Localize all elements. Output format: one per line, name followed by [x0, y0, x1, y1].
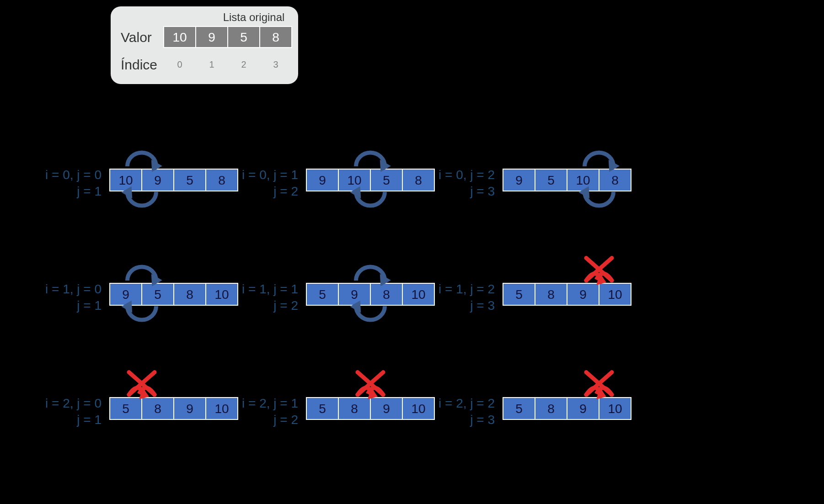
- legend-index: 1: [209, 59, 214, 69]
- step-label-2: j = 3: [470, 184, 495, 198]
- legend-title: Lista original: [223, 11, 285, 23]
- array-cell-value: 9: [122, 287, 129, 302]
- array-cell-value: 8: [383, 287, 390, 302]
- array-cell-value: 9: [154, 173, 161, 187]
- array-cell-value: 9: [579, 402, 587, 416]
- legend-index: 3: [273, 59, 278, 69]
- array-cell-value: 9: [186, 402, 193, 416]
- step-label-1: i = 0, j = 0: [45, 168, 102, 182]
- array-cell-value: 10: [411, 287, 425, 302]
- legend-cell-value: 10: [172, 30, 187, 44]
- step: i = 0, j = 2j = 395108: [439, 153, 631, 206]
- legend-row-index: Índice: [121, 57, 157, 72]
- no-swap-marker: [128, 372, 155, 399]
- legend-cell-value: 8: [272, 30, 279, 44]
- step-label-1: i = 0, j = 2: [439, 168, 495, 182]
- array-cell-value: 8: [611, 173, 619, 187]
- legend-row-value: Valor: [121, 30, 152, 45]
- step-label-1: i = 0, j = 1: [242, 168, 298, 182]
- legend-cell-value: 5: [240, 30, 247, 44]
- array-cell-value: 10: [608, 402, 622, 416]
- array-cell-value: 5: [319, 402, 326, 416]
- array-cell-value: 8: [154, 402, 161, 416]
- array-cell-value: 8: [186, 287, 193, 302]
- array-cell-value: 10: [214, 287, 229, 302]
- step-label-1: i = 2, j = 1: [242, 396, 298, 410]
- array-cell-value: 9: [351, 287, 358, 302]
- step-label-1: i = 2, j = 2: [439, 396, 495, 410]
- legend-cell-value: 9: [208, 30, 215, 44]
- bubble-sort-diagram: Lista original Valor Índice 10958 0123 i…: [0, 0, 824, 504]
- step-label-1: i = 2, j = 0: [45, 396, 102, 410]
- step: i = 2, j = 2j = 358910: [439, 372, 631, 427]
- step: i = 2, j = 1j = 258910: [242, 372, 434, 427]
- legend-card: Lista original Valor Índice 10958 0123: [111, 6, 298, 84]
- array-cell-value: 5: [122, 402, 129, 416]
- step-label-2: j = 3: [470, 413, 495, 427]
- array-cell-value: 5: [319, 287, 326, 302]
- step-label-2: j = 2: [273, 184, 298, 198]
- array-cell-value: 5: [547, 173, 555, 187]
- array-cell-value: 8: [547, 402, 555, 416]
- no-swap-marker: [586, 372, 613, 399]
- step: i = 1, j = 1j = 259810: [242, 267, 434, 320]
- step-label-2: j = 1: [76, 184, 102, 198]
- step-label-1: i = 1, j = 0: [45, 282, 102, 296]
- array-cell-value: 8: [547, 287, 555, 302]
- array-cell-value: 10: [411, 402, 425, 416]
- step: i = 2, j = 0j = 158910: [45, 372, 238, 427]
- step: i = 1, j = 2j = 358910: [439, 258, 631, 313]
- array-cell-value: 5: [515, 402, 523, 416]
- array-cell-value: 5: [515, 287, 523, 302]
- array-cell-value: 10: [576, 173, 590, 187]
- step: i = 0, j = 0j = 110958: [45, 153, 238, 206]
- legend-index: 0: [177, 59, 182, 69]
- step: i = 0, j = 1j = 291058: [242, 153, 434, 206]
- array-cell-value: 9: [383, 402, 390, 416]
- step-label-1: i = 1, j = 1: [242, 282, 298, 296]
- step-label-2: j = 1: [76, 413, 102, 427]
- array-cell-value: 8: [218, 173, 225, 187]
- array-cell-value: 10: [608, 287, 622, 302]
- array-cell-value: 5: [383, 173, 390, 187]
- array-cell-value: 9: [515, 173, 523, 187]
- legend-index: 2: [241, 59, 246, 69]
- step: i = 1, j = 0j = 195810: [45, 267, 238, 320]
- step-label-2: j = 2: [273, 298, 298, 313]
- step-label-2: j = 2: [273, 413, 298, 427]
- array-cell-value: 10: [214, 402, 229, 416]
- array-cell-value: 5: [154, 287, 161, 302]
- array-cell-value: 5: [186, 173, 193, 187]
- step-label-2: j = 1: [76, 298, 102, 313]
- array-cell-value: 8: [415, 173, 422, 187]
- step-label-2: j = 3: [470, 298, 495, 313]
- no-swap-marker: [357, 372, 384, 399]
- no-swap-marker: [586, 258, 613, 285]
- array-cell-value: 9: [579, 287, 587, 302]
- array-cell-value: 9: [319, 173, 326, 187]
- array-cell-value: 10: [347, 173, 361, 187]
- step-label-1: i = 1, j = 2: [439, 282, 495, 296]
- array-cell-value: 8: [351, 402, 358, 416]
- array-cell-value: 10: [118, 173, 133, 187]
